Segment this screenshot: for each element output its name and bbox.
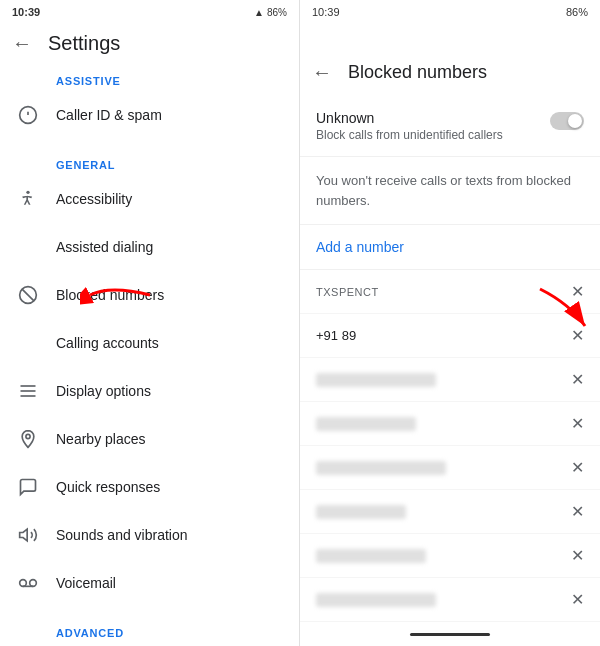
unknown-title: Unknown xyxy=(316,110,503,126)
caller-id-icon xyxy=(16,103,40,127)
left-top-bar: ← Settings xyxy=(0,24,299,63)
blurred-text-2 xyxy=(316,417,416,431)
menu-item-caller-id-spam[interactable]: Caller ID & spam xyxy=(0,91,299,139)
right-battery-info: 86% xyxy=(566,6,588,18)
unknown-toggle[interactable] xyxy=(550,112,584,130)
blocked-numbers-label: Blocked numbers xyxy=(56,287,164,303)
left-panel: 10:39 ▲ 86% ← Settings ASSISTIVE Caller … xyxy=(0,0,300,646)
menu-item-nearby-places[interactable]: Nearby places xyxy=(0,415,299,463)
left-back-arrow[interactable]: ← xyxy=(12,32,32,55)
blurred-row-3: ✕ xyxy=(300,446,600,490)
right-top-bar: ← Blocked numbers xyxy=(300,48,600,96)
close-blurred-6[interactable]: ✕ xyxy=(571,590,584,609)
blurred-row-4: ✕ xyxy=(300,490,600,534)
close-blurred-5[interactable]: ✕ xyxy=(571,546,584,565)
section-assistive: ASSISTIVE xyxy=(0,63,299,91)
scroll-indicator xyxy=(410,633,490,636)
accessibility-label: Accessibility xyxy=(56,191,132,207)
quick-responses-icon xyxy=(16,475,40,499)
assisted-dialing-icon xyxy=(16,235,40,259)
blurred-text-3 xyxy=(316,461,446,475)
left-battery: ▲ 86% xyxy=(254,7,287,18)
sounds-vibration-icon xyxy=(16,523,40,547)
blurred-text-5 xyxy=(316,549,426,563)
menu-item-display-options[interactable]: Display options xyxy=(0,367,299,415)
section-advanced: ADVANCED xyxy=(0,615,299,643)
blurred-row-1: ✕ xyxy=(300,358,600,402)
blurred-row-6: ✕ xyxy=(300,578,600,622)
blocked-number-1: +91 89 xyxy=(316,328,356,343)
unknown-text: Unknown Block calls from unidentified ca… xyxy=(316,110,503,142)
assisted-dialing-label: Assisted dialing xyxy=(56,239,153,255)
sounds-vibration-label: Sounds and vibration xyxy=(56,527,188,543)
blocked-section-header: TXSPENCT ✕ xyxy=(300,270,600,314)
display-options-label: Display options xyxy=(56,383,151,399)
blurred-text-1 xyxy=(316,373,436,387)
right-panel: 10:39 86% ← Blocked numbers Unknown Bloc… xyxy=(300,0,600,646)
svg-point-13 xyxy=(30,580,37,587)
calling-accounts-label: Calling accounts xyxy=(56,335,159,351)
blocked-icon xyxy=(16,283,40,307)
blurred-text-6 xyxy=(316,593,436,607)
blocked-content: Unknown Block calls from unidentified ca… xyxy=(300,96,600,623)
blocked-info-text: You won't receive calls or texts from bl… xyxy=(300,157,600,225)
caller-id-spam-label: Caller ID & spam xyxy=(56,107,162,123)
menu-item-quick-responses[interactable]: Quick responses xyxy=(0,463,299,511)
close-number-1[interactable]: ✕ xyxy=(571,326,584,345)
nearby-places-icon xyxy=(16,427,40,451)
accessibility-icon xyxy=(16,187,40,211)
blurred-row-5: ✕ xyxy=(300,534,600,578)
nearby-places-label: Nearby places xyxy=(56,431,146,447)
menu-item-voicemail[interactable]: Voicemail xyxy=(0,559,299,607)
left-time: 10:39 xyxy=(12,6,40,18)
right-back-arrow[interactable]: ← xyxy=(312,61,332,84)
right-title: Blocked numbers xyxy=(348,62,487,83)
menu-item-assisted-dialing[interactable]: Assisted dialing xyxy=(0,223,299,271)
menu-item-sounds-vibration[interactable]: Sounds and vibration xyxy=(0,511,299,559)
svg-line-5 xyxy=(22,289,34,301)
svg-marker-11 xyxy=(20,529,28,541)
close-blurred-1[interactable]: ✕ xyxy=(571,370,584,389)
section-general: GENERAL xyxy=(0,147,299,175)
blocked-number-row-1: +91 89 ✕ xyxy=(300,314,600,358)
svg-point-12 xyxy=(20,580,27,587)
close-blurred-2[interactable]: ✕ xyxy=(571,414,584,433)
unknown-section: Unknown Block calls from unidentified ca… xyxy=(300,96,600,157)
display-options-icon xyxy=(16,379,40,403)
voicemail-icon xyxy=(16,571,40,595)
blocked-section-name: TXSPENCT xyxy=(316,286,379,298)
calling-accounts-icon xyxy=(16,331,40,355)
close-blurred-3[interactable]: ✕ xyxy=(571,458,584,477)
voicemail-label: Voicemail xyxy=(56,575,116,591)
scroll-indicator-container xyxy=(300,623,600,646)
left-title: Settings xyxy=(48,32,120,55)
svg-point-3 xyxy=(26,191,29,194)
add-number-button[interactable]: Add a number xyxy=(300,225,600,270)
menu-item-blocked-numbers[interactable]: Blocked numbers xyxy=(0,271,299,319)
right-status-bar: 10:39 86% xyxy=(300,0,600,24)
blurred-row-2: ✕ xyxy=(300,402,600,446)
right-time: 10:39 xyxy=(312,6,340,18)
menu-item-calling-accounts[interactable]: Calling accounts xyxy=(0,319,299,367)
close-blurred-4[interactable]: ✕ xyxy=(571,502,584,521)
close-section-button[interactable]: ✕ xyxy=(571,282,584,301)
quick-responses-label: Quick responses xyxy=(56,479,160,495)
svg-point-10 xyxy=(26,434,30,438)
unknown-subtitle: Block calls from unidentified callers xyxy=(316,128,503,142)
left-status-bar: 10:39 ▲ 86% xyxy=(0,0,299,24)
menu-item-accessibility[interactable]: Accessibility xyxy=(0,175,299,223)
blurred-text-4 xyxy=(316,505,406,519)
